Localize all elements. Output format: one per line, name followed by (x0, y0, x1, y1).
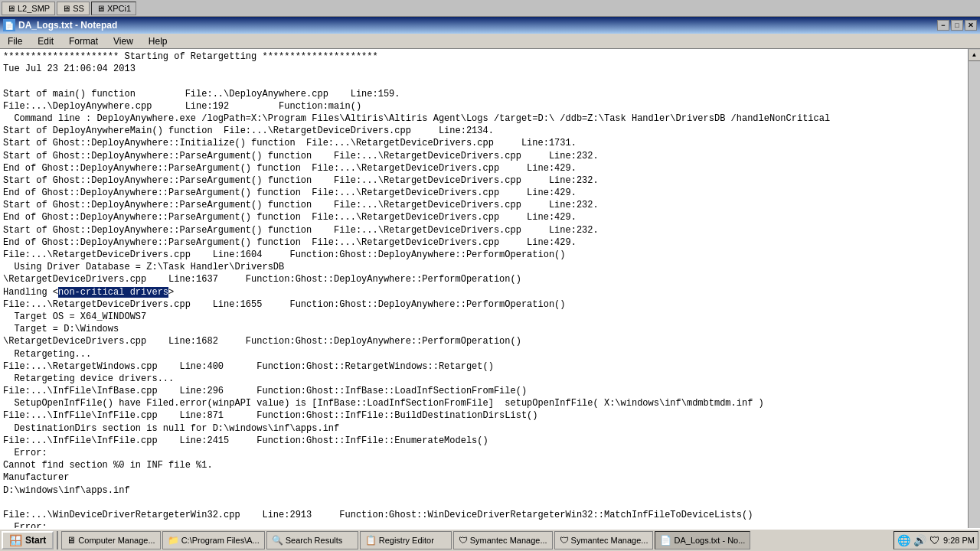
maximize-button[interactable]: □ (951, 20, 963, 31)
scroll-up-button[interactable]: ▲ (969, 49, 981, 61)
registry-editor-label: Registry Editor (379, 536, 434, 545)
menu-help[interactable]: Help (144, 35, 172, 47)
computer-manage-label: Computer Manage... (78, 536, 155, 545)
menu-view[interactable]: View (109, 35, 138, 47)
da-logs-label: DA_Logs.txt - No... (674, 536, 745, 545)
title-bar: 📄 DA_Logs.txt - Notepad − □ ✕ (0, 17, 980, 34)
xpci1-label: XPCi1 (107, 4, 131, 13)
search-icon: 🔍 (272, 535, 283, 546)
tray-antivirus-icon: 🛡 (929, 534, 940, 546)
symantec-1-label: Symantec Manage... (470, 536, 547, 545)
title-bar-left: 📄 DA_Logs.txt - Notepad (3, 19, 117, 31)
xpci1-icon: 🖥 (96, 4, 105, 13)
title-bar-buttons: − □ ✕ (937, 20, 977, 31)
scroll-track[interactable] (969, 61, 980, 539)
taskbar-divider (57, 531, 58, 549)
tab-l2-smp[interactable]: 🖥 L2_SMP (2, 2, 55, 15)
start-label: Start (25, 535, 46, 546)
taskbar-symantec-2[interactable]: 🛡 Symantec Manage... (554, 531, 654, 549)
taskbar-registry-editor[interactable]: 📋 Registry Editor (360, 531, 452, 549)
taskbar-symantec-1[interactable]: 🛡 Symantec Manage... (453, 531, 553, 549)
system-tray: 🌐 🔊 🛡 9:28 PM (893, 531, 978, 549)
da-logs-icon: 📄 (660, 535, 671, 546)
clock: 9:28 PM (943, 536, 975, 545)
taskbar-program-files[interactable]: 📁 C:\Program Files\A... (162, 531, 265, 549)
symantec-1-icon: 🛡 (459, 535, 468, 546)
tab-ss[interactable]: 🖥 SS (57, 2, 90, 15)
log-text: ********************* Starting of Retarg… (3, 51, 977, 551)
folder-icon: 📁 (168, 535, 179, 546)
tray-volume-icon: 🔊 (913, 534, 926, 546)
ss-icon: 🖥 (62, 4, 70, 13)
vertical-scrollbar[interactable]: ▲ ▼ (968, 49, 980, 551)
program-files-label: C:\Program Files\A... (181, 536, 260, 545)
menu-file[interactable]: File (3, 35, 27, 47)
l2-smp-icon: 🖥 (7, 4, 15, 13)
taskbar-da-logs[interactable]: 📄 DA_Logs.txt - No... (655, 531, 750, 549)
search-results-label: Search Results (286, 536, 343, 545)
registry-icon: 📋 (365, 535, 377, 546)
windows-icon: 🪟 (9, 534, 22, 546)
menu-bar: File Edit Format View Help (0, 34, 980, 49)
window-title: DA_Logs.txt - Notepad (18, 20, 117, 31)
symantec-2-icon: 🛡 (560, 535, 569, 546)
minimize-button[interactable]: − (937, 20, 949, 31)
menu-edit[interactable]: Edit (33, 35, 58, 47)
taskbar-computer-manage[interactable]: 🖥 Computer Manage... (61, 531, 160, 549)
notepad-window: 🖥 L2_SMP 🖥 SS 🖥 XPCi1 📄 DA_Logs.txt - No… (0, 0, 980, 551)
tray-network-icon: 🌐 (897, 534, 910, 546)
content-area[interactable]: ********************* Starting of Retarg… (0, 49, 980, 551)
taskbar-search-results[interactable]: 🔍 Search Results (266, 531, 358, 549)
bottom-taskbar: 🪟 Start 🖥 Computer Manage... 📁 C:\Progra… (0, 528, 980, 551)
app-icon: 📄 (3, 19, 15, 31)
menu-format[interactable]: Format (64, 35, 103, 47)
tab-xpci1[interactable]: 🖥 XPCi1 (91, 2, 136, 15)
close-button[interactable]: ✕ (965, 20, 977, 31)
computer-manage-icon: 🖥 (67, 535, 76, 546)
l2-smp-label: L2_SMP (18, 4, 50, 13)
ss-label: SS (73, 4, 84, 13)
top-tabs-bar: 🖥 L2_SMP 🖥 SS 🖥 XPCi1 (0, 0, 980, 17)
symantec-2-label: Symantec Manage... (571, 536, 648, 545)
start-button[interactable]: 🪟 Start (2, 531, 54, 549)
